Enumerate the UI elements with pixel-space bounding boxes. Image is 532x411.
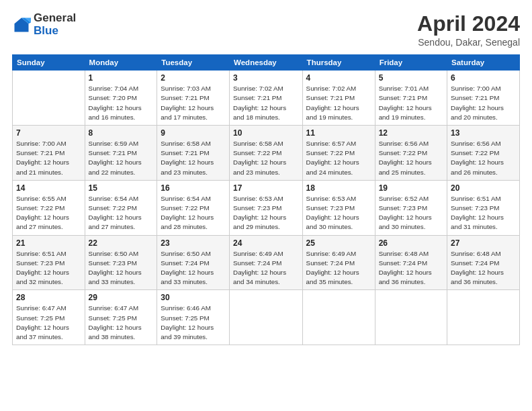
day-info: Sunrise: 6:52 AM Sunset: 7:23 PM Dayligh…: [379, 194, 443, 232]
day-info: Sunrise: 7:03 AM Sunset: 7:21 PM Dayligh…: [161, 84, 226, 122]
day-cell: 11Sunrise: 6:57 AM Sunset: 7:22 PM Dayli…: [302, 126, 375, 181]
day-number: 9: [161, 128, 226, 138]
day-info: Sunrise: 6:59 AM Sunset: 7:21 PM Dayligh…: [89, 139, 154, 177]
logo-text: General Blue: [34, 12, 76, 37]
day-cell: 10Sunrise: 6:58 AM Sunset: 7:22 PM Dayli…: [230, 126, 303, 181]
calendar-table: SundayMondayTuesdayWednesdayThursdayFrid…: [12, 54, 520, 345]
day-cell: 5Sunrise: 7:01 AM Sunset: 7:21 PM Daylig…: [375, 71, 447, 126]
day-cell: 25Sunrise: 6:49 AM Sunset: 7:24 PM Dayli…: [302, 235, 375, 290]
day-number: 13: [451, 128, 516, 138]
day-cell: 27Sunrise: 6:48 AM Sunset: 7:24 PM Dayli…: [447, 235, 520, 290]
day-cell: 9Sunrise: 6:58 AM Sunset: 7:21 PM Daylig…: [157, 126, 230, 181]
header-cell-monday: Monday: [85, 55, 157, 71]
day-info: Sunrise: 6:49 AM Sunset: 7:24 PM Dayligh…: [233, 249, 299, 287]
week-row-3: 21Sunrise: 6:51 AM Sunset: 7:23 PM Dayli…: [13, 235, 520, 290]
day-info: Sunrise: 6:53 AM Sunset: 7:23 PM Dayligh…: [233, 194, 299, 232]
day-cell: 20Sunrise: 6:51 AM Sunset: 7:23 PM Dayli…: [447, 180, 520, 235]
day-cell: [230, 290, 303, 345]
header-cell-tuesday: Tuesday: [157, 55, 230, 71]
day-cell: 6Sunrise: 7:00 AM Sunset: 7:21 PM Daylig…: [447, 71, 520, 126]
day-info: Sunrise: 6:57 AM Sunset: 7:22 PM Dayligh…: [306, 139, 371, 177]
day-info: Sunrise: 7:02 AM Sunset: 7:21 PM Dayligh…: [233, 84, 299, 122]
day-number: 8: [89, 128, 154, 138]
day-info: Sunrise: 6:54 AM Sunset: 7:22 PM Dayligh…: [161, 194, 226, 232]
day-info: Sunrise: 6:55 AM Sunset: 7:22 PM Dayligh…: [16, 194, 81, 232]
day-info: Sunrise: 6:53 AM Sunset: 7:23 PM Dayligh…: [306, 194, 371, 232]
day-number: 5: [379, 73, 443, 83]
location: Sendou, Dakar, Senegal: [417, 37, 520, 48]
day-cell: 23Sunrise: 6:50 AM Sunset: 7:24 PM Dayli…: [157, 235, 230, 290]
header-cell-saturday: Saturday: [447, 55, 520, 71]
day-info: Sunrise: 7:01 AM Sunset: 7:21 PM Dayligh…: [379, 84, 443, 122]
day-number: 19: [379, 183, 443, 193]
logo: General Blue: [12, 12, 76, 37]
day-cell: 28Sunrise: 6:47 AM Sunset: 7:25 PM Dayli…: [13, 290, 85, 345]
month-title: April 2024: [417, 12, 520, 36]
day-cell: [302, 290, 375, 345]
day-cell: 8Sunrise: 6:59 AM Sunset: 7:21 PM Daylig…: [85, 126, 157, 181]
day-cell: 14Sunrise: 6:55 AM Sunset: 7:22 PM Dayli…: [13, 180, 85, 235]
day-cell: [13, 71, 85, 126]
header-cell-thursday: Thursday: [302, 55, 375, 71]
day-cell: 24Sunrise: 6:49 AM Sunset: 7:24 PM Dayli…: [230, 235, 303, 290]
day-cell: 30Sunrise: 6:46 AM Sunset: 7:25 PM Dayli…: [157, 290, 230, 345]
day-info: Sunrise: 7:04 AM Sunset: 7:20 PM Dayligh…: [89, 84, 154, 122]
day-number: 16: [161, 183, 226, 193]
day-cell: [447, 290, 520, 345]
day-info: Sunrise: 6:56 AM Sunset: 7:22 PM Dayligh…: [379, 139, 443, 177]
title-area: April 2024 Sendou, Dakar, Senegal: [417, 12, 520, 48]
day-number: 3: [233, 73, 299, 83]
day-number: 4: [306, 73, 371, 83]
day-cell: 7Sunrise: 7:00 AM Sunset: 7:21 PM Daylig…: [13, 126, 85, 181]
day-info: Sunrise: 6:47 AM Sunset: 7:25 PM Dayligh…: [89, 304, 154, 342]
day-number: 17: [233, 183, 299, 193]
header-cell-sunday: Sunday: [13, 55, 85, 71]
week-row-0: 1Sunrise: 7:04 AM Sunset: 7:20 PM Daylig…: [13, 71, 520, 126]
logo-blue: Blue: [34, 25, 76, 38]
day-cell: 18Sunrise: 6:53 AM Sunset: 7:23 PM Dayli…: [302, 180, 375, 235]
day-info: Sunrise: 6:50 AM Sunset: 7:23 PM Dayligh…: [89, 249, 154, 287]
day-number: 7: [16, 128, 81, 138]
day-number: 11: [306, 128, 371, 138]
day-cell: 12Sunrise: 6:56 AM Sunset: 7:22 PM Dayli…: [375, 126, 447, 181]
logo-icon: [12, 15, 31, 34]
day-cell: 29Sunrise: 6:47 AM Sunset: 7:25 PM Dayli…: [85, 290, 157, 345]
day-cell: 3Sunrise: 7:02 AM Sunset: 7:21 PM Daylig…: [230, 71, 303, 126]
day-cell: 22Sunrise: 6:50 AM Sunset: 7:23 PM Dayli…: [85, 235, 157, 290]
day-number: 15: [89, 183, 154, 193]
day-info: Sunrise: 6:48 AM Sunset: 7:24 PM Dayligh…: [451, 249, 516, 287]
day-number: 10: [233, 128, 299, 138]
header-area: General Blue April 2024 Sendou, Dakar, S…: [12, 12, 520, 48]
day-info: Sunrise: 7:00 AM Sunset: 7:21 PM Dayligh…: [16, 139, 81, 177]
day-cell: 15Sunrise: 6:54 AM Sunset: 7:22 PM Dayli…: [85, 180, 157, 235]
day-cell: 26Sunrise: 6:48 AM Sunset: 7:24 PM Dayli…: [375, 235, 447, 290]
day-info: Sunrise: 6:49 AM Sunset: 7:24 PM Dayligh…: [306, 249, 371, 287]
day-cell: 4Sunrise: 7:02 AM Sunset: 7:21 PM Daylig…: [302, 71, 375, 126]
day-cell: 1Sunrise: 7:04 AM Sunset: 7:20 PM Daylig…: [85, 71, 157, 126]
day-number: 25: [306, 238, 371, 248]
day-cell: [375, 290, 447, 345]
day-info: Sunrise: 6:48 AM Sunset: 7:24 PM Dayligh…: [379, 249, 443, 287]
day-number: 22: [89, 238, 154, 248]
day-info: Sunrise: 6:51 AM Sunset: 7:23 PM Dayligh…: [451, 194, 516, 232]
header-cell-wednesday: Wednesday: [230, 55, 303, 71]
day-number: 21: [16, 238, 81, 248]
day-info: Sunrise: 6:47 AM Sunset: 7:25 PM Dayligh…: [16, 304, 81, 342]
header-cell-friday: Friday: [375, 55, 447, 71]
day-info: Sunrise: 6:54 AM Sunset: 7:22 PM Dayligh…: [89, 194, 154, 232]
day-number: 30: [161, 293, 226, 302]
day-info: Sunrise: 6:51 AM Sunset: 7:23 PM Dayligh…: [16, 249, 81, 287]
day-number: 6: [451, 73, 516, 83]
day-number: 26: [379, 238, 443, 248]
week-row-2: 14Sunrise: 6:55 AM Sunset: 7:22 PM Dayli…: [13, 180, 520, 235]
day-number: 14: [16, 183, 81, 193]
day-cell: 2Sunrise: 7:03 AM Sunset: 7:21 PM Daylig…: [157, 71, 230, 126]
week-row-1: 7Sunrise: 7:00 AM Sunset: 7:21 PM Daylig…: [13, 126, 520, 181]
day-number: 1: [89, 73, 154, 83]
day-number: 27: [451, 238, 516, 248]
day-number: 2: [161, 73, 226, 83]
page: General Blue April 2024 Sendou, Dakar, S…: [0, 0, 532, 411]
day-info: Sunrise: 7:02 AM Sunset: 7:21 PM Dayligh…: [306, 84, 371, 122]
day-number: 23: [161, 238, 226, 248]
day-cell: 16Sunrise: 6:54 AM Sunset: 7:22 PM Dayli…: [157, 180, 230, 235]
